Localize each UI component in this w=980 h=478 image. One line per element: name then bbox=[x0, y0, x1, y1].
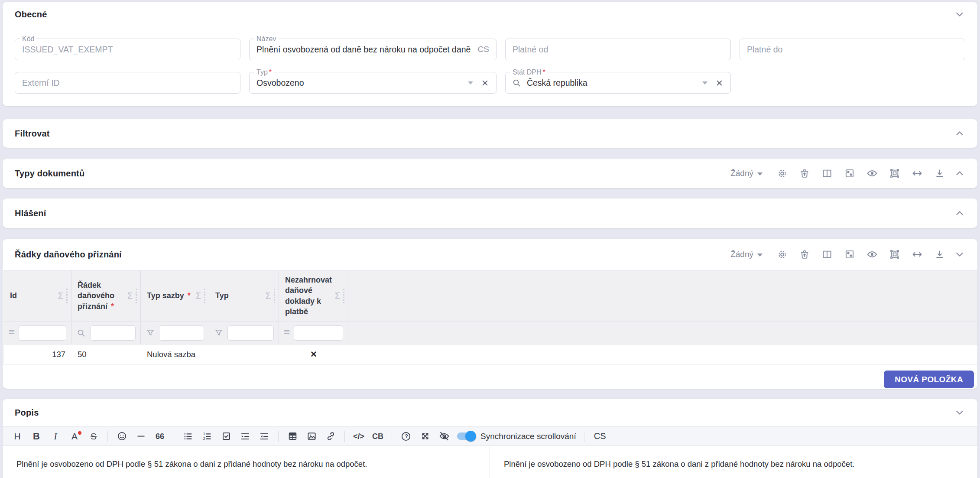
bullet-list-icon bbox=[182, 431, 194, 442]
typ-field[interactable]: Typ* Osvobozeno bbox=[249, 72, 496, 94]
dropdown-caret-icon[interactable] bbox=[468, 81, 473, 85]
resize-columns-button[interactable] bbox=[907, 165, 927, 182]
nazev-field[interactable]: Název Plnění osvobozená od daně bez náro… bbox=[249, 39, 496, 60]
externi-id-input[interactable] bbox=[15, 72, 240, 93]
cell-typ-sazby[interactable]: Nulová sazba bbox=[141, 345, 209, 364]
stat-dph-value: Česká republika bbox=[520, 78, 702, 88]
resize-columns-button[interactable] bbox=[907, 246, 927, 263]
export-button[interactable] bbox=[930, 165, 950, 182]
insert-image-button[interactable] bbox=[303, 428, 320, 445]
stat-dph-field[interactable]: Stát DPH* Česká republika bbox=[505, 72, 731, 94]
code-block-button[interactable]: CB bbox=[369, 428, 386, 445]
column-resize-handle[interactable] bbox=[343, 289, 344, 303]
column-resize-handle[interactable] bbox=[274, 289, 275, 303]
externi-id-field[interactable] bbox=[15, 72, 240, 94]
fit-selection-icon bbox=[889, 168, 900, 179]
column-resize-handle[interactable] bbox=[136, 289, 137, 303]
export-button[interactable] bbox=[930, 246, 950, 263]
insert-table-button[interactable] bbox=[284, 428, 301, 445]
expand-button[interactable] bbox=[952, 206, 967, 221]
clear-button[interactable] bbox=[714, 78, 724, 88]
indent-button[interactable] bbox=[237, 428, 254, 445]
editor-preview-pane: Plnění je osvobozeno od DPH podle § 51 z… bbox=[490, 446, 977, 478]
outdent-button[interactable] bbox=[256, 428, 273, 445]
horizontal-rule-button[interactable] bbox=[132, 428, 149, 445]
required-asterisk: * bbox=[543, 68, 545, 76]
insert-link-button[interactable] bbox=[322, 428, 339, 445]
cell-nezahrnovat[interactable]: ✕ bbox=[279, 345, 348, 364]
text-color-button[interactable]: A bbox=[66, 428, 83, 445]
editor-source-pane[interactable]: Plnění je osvobozeno od DPH podle § 51 z… bbox=[3, 446, 490, 478]
platne-od-field[interactable] bbox=[505, 39, 731, 60]
delete-button[interactable] bbox=[795, 246, 815, 263]
filter-input-typ-sazby[interactable] bbox=[159, 325, 204, 341]
task-list-button[interactable] bbox=[217, 428, 235, 445]
settings-button[interactable] bbox=[772, 246, 792, 263]
cell-id[interactable]: 137 bbox=[4, 345, 71, 364]
expand-button[interactable] bbox=[952, 166, 967, 181]
cell-typ[interactable] bbox=[209, 345, 279, 364]
code-block-icon: CB bbox=[372, 432, 383, 440]
split-view-button[interactable] bbox=[817, 246, 837, 263]
column-resize-handle[interactable] bbox=[66, 289, 68, 303]
column-header-id[interactable]: Id Σ bbox=[4, 270, 71, 322]
visibility-button[interactable] bbox=[862, 165, 882, 182]
kod-field[interactable]: Kód ISSUED_VAT_EXEMPT bbox=[15, 39, 240, 60]
collapse-button[interactable] bbox=[952, 7, 967, 22]
emoji-button[interactable] bbox=[113, 428, 130, 445]
cell-radek[interactable]: 50 bbox=[71, 345, 141, 364]
filter-input-radek[interactable] bbox=[90, 325, 136, 341]
typ-value: Osvobozeno bbox=[250, 78, 468, 88]
filter-input-typ[interactable] bbox=[227, 325, 274, 341]
sigma-icon[interactable]: Σ bbox=[196, 291, 201, 301]
sigma-icon[interactable]: Σ bbox=[58, 291, 63, 301]
fit-selection-button[interactable] bbox=[885, 246, 905, 263]
new-item-button[interactable]: NOVÁ POLOŽKA bbox=[884, 371, 974, 388]
code-button[interactable]: </> bbox=[350, 428, 367, 445]
settings-button[interactable] bbox=[772, 165, 792, 182]
expand-button[interactable] bbox=[952, 126, 967, 141]
ordered-list-button[interactable]: 12 bbox=[198, 428, 216, 445]
column-header-typ-sazby[interactable]: Typ sazby * Σ bbox=[141, 270, 209, 322]
sigma-icon[interactable]: Σ bbox=[335, 291, 340, 301]
toolbar-divider bbox=[584, 431, 584, 442]
link-icon bbox=[325, 431, 336, 442]
delete-button[interactable] bbox=[795, 165, 815, 182]
platne-do-input[interactable] bbox=[740, 39, 965, 60]
section-title: Řádky daňového přiznání bbox=[15, 250, 122, 260]
editor-panes: Plnění je osvobozeno od DPH podle § 51 z… bbox=[3, 446, 977, 478]
fit-selection-button[interactable] bbox=[885, 165, 905, 182]
column-header-typ[interactable]: Typ Σ bbox=[209, 270, 279, 322]
blockquote-button[interactable]: 66 bbox=[151, 428, 169, 445]
layout-button[interactable] bbox=[840, 246, 860, 263]
platne-do-field[interactable] bbox=[740, 39, 965, 60]
fullscreen-button[interactable] bbox=[416, 428, 434, 445]
layout-button[interactable] bbox=[840, 165, 860, 182]
sort-select[interactable]: Žádný bbox=[730, 250, 763, 259]
bullet-list-button[interactable] bbox=[179, 428, 197, 445]
sigma-icon[interactable]: Σ bbox=[127, 291, 133, 301]
column-resize-handle[interactable] bbox=[204, 289, 205, 303]
column-header-nezahrnovat[interactable]: Nezahrnovat daňové doklady k platbě Σ bbox=[279, 270, 348, 322]
dropdown-caret-icon[interactable] bbox=[702, 81, 707, 85]
filter-input-id[interactable] bbox=[19, 325, 66, 341]
clear-button[interactable] bbox=[480, 78, 490, 88]
column-header-radek[interactable]: Řádek daňového přiznání * Σ bbox=[71, 270, 141, 322]
hide-preview-button[interactable] bbox=[435, 428, 453, 445]
collapse-button[interactable] bbox=[952, 405, 967, 420]
split-view-button[interactable] bbox=[817, 165, 837, 182]
sort-select[interactable]: Žádný bbox=[730, 169, 763, 178]
trash-upload-icon bbox=[799, 249, 810, 260]
sigma-icon[interactable]: Σ bbox=[266, 291, 271, 301]
italic-button[interactable]: I bbox=[47, 428, 64, 445]
toolbar-divider bbox=[278, 431, 279, 442]
filter-input-nezahrnovat[interactable] bbox=[294, 325, 343, 341]
sync-scroll-toggle[interactable] bbox=[457, 432, 475, 440]
heading-button[interactable]: H bbox=[9, 428, 26, 445]
visibility-button[interactable] bbox=[862, 246, 882, 263]
help-button[interactable]: ? bbox=[397, 428, 415, 445]
collapse-button[interactable] bbox=[952, 247, 967, 262]
strikethrough-button[interactable]: S bbox=[85, 428, 102, 445]
platne-od-input[interactable] bbox=[506, 39, 730, 60]
bold-button[interactable]: B bbox=[28, 428, 45, 445]
